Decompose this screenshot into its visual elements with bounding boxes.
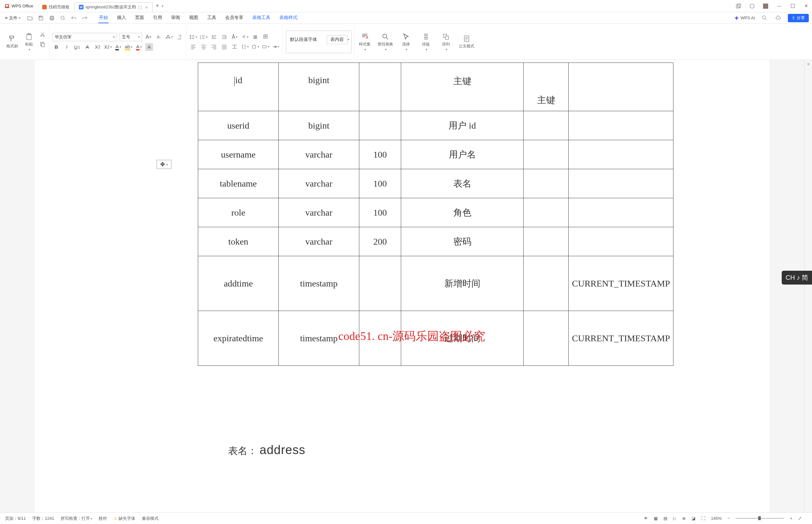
default-paragraph-style[interactable]: 默认段落字体 [290,37,317,43]
cell-constraint[interactable]: 主键 [524,63,569,111]
bullet-list-icon[interactable] [189,33,197,41]
expand-icon[interactable]: ⤢ [798,516,802,521]
font-color-icon[interactable]: A [114,43,122,51]
cell-name[interactable]: id [198,63,279,111]
zoom-slider[interactable] [736,518,784,519]
cell-default[interactable] [569,198,674,227]
find-replace-button[interactable]: 查找替换 [378,33,393,51]
cell-constraint[interactable] [524,198,569,227]
outline-view-icon[interactable]: ▤ [663,516,667,521]
play-icon[interactable]: ▷ [673,516,676,521]
border-icon[interactable]: 田 [262,33,269,41]
save-icon[interactable] [37,14,45,22]
zoom-out-icon[interactable]: − [728,516,730,521]
align-justify-icon[interactable] [220,43,228,51]
increase-font-icon[interactable]: A+ [145,33,152,41]
zoom-level[interactable]: 145% [711,516,722,521]
table-row[interactable]: tablenamevarchar100表名 [198,169,674,198]
decrease-font-icon[interactable]: A- [155,33,163,41]
formal-mode-button[interactable]: 公文模式 [459,34,474,49]
cell-constraint[interactable] [524,169,569,198]
tab-close-icon[interactable]: × [145,4,148,10]
cell-default[interactable] [569,140,674,169]
bold-icon[interactable]: B [52,43,60,51]
tab-table-style[interactable]: 表格样式 [279,13,298,23]
font-size-select[interactable]: 五号▾ [119,33,142,41]
cell-default[interactable] [569,63,674,111]
char-shading-icon[interactable]: A [145,43,153,51]
cell-comment[interactable]: 表名 [401,169,524,198]
select-button[interactable]: 选择 [399,33,413,51]
cell-type[interactable]: varchar [279,227,359,256]
shading-icon[interactable] [251,43,259,51]
reading-view-icon[interactable]: 👁 [644,516,648,521]
open-icon[interactable] [26,14,34,22]
cell-name[interactable]: expiratedtime [198,311,279,366]
cell-type[interactable]: varchar [279,140,359,169]
decrease-indent-icon[interactable] [210,33,218,41]
cut-icon[interactable] [39,31,46,38]
cell-comment[interactable]: 新增时间 [401,256,524,311]
cloud-icon[interactable] [774,14,782,22]
cell-len[interactable] [359,63,401,111]
cell-len[interactable] [359,111,401,140]
cell-name[interactable]: addtime [198,256,279,311]
page-layout-icon[interactable]: ▦ [654,516,658,521]
paragraph-style-gallery[interactable]: 默认段落字体 表内容 ▾ [286,31,351,53]
phonetic-icon[interactable]: 々 [241,33,249,41]
text-color-icon[interactable]: A [135,43,143,51]
table-row[interactable]: addtimetimestamp新增时间CURRENT_TIMESTAMP [198,256,674,311]
multi-window-icon[interactable] [735,3,742,9]
increase-indent-icon[interactable] [220,33,228,41]
cell-type[interactable]: timestamp [279,256,359,311]
tab-menu-chevron[interactable]: ▾ [162,4,163,8]
table-content-style[interactable]: 表内容 [327,35,347,44]
add-tab-button[interactable]: + [153,3,162,9]
tab-table-tools[interactable]: 表格工具 [252,13,271,23]
tab-insert[interactable]: 插入 [116,13,127,23]
distribute-icon[interactable] [231,43,238,51]
style-set-button[interactable]: A 样式集 [358,33,372,51]
cube-icon[interactable] [749,3,755,9]
tab-reference[interactable]: 引用 [152,13,163,23]
cell-comment[interactable]: 密码 [401,227,524,256]
cell-comment[interactable]: 用户名 [401,140,524,169]
tab-review[interactable]: 审阅 [170,13,181,23]
tab-preview-icon[interactable]: ▢ [138,5,142,10]
cell-default[interactable] [569,227,674,256]
table-row[interactable]: rolevarchar100角色 [198,198,674,227]
arrange-button[interactable]: 排列 [439,33,453,51]
status-proofread[interactable]: 校对 [99,515,107,521]
italic-icon[interactable]: I [63,43,70,51]
cell-type[interactable]: varchar [279,198,359,227]
cell-default[interactable] [569,111,674,140]
change-case-icon[interactable]: ⁂ [165,33,173,41]
tab-tools[interactable]: 工具 [206,13,217,23]
cell-comment[interactable]: 角色 [401,198,524,227]
cell-default[interactable] [569,169,674,198]
preview-icon[interactable] [59,14,67,22]
schema-table[interactable]: idbigint主键主键useridbigint用户 idusernamevar… [198,63,674,366]
tab-document[interactable]: W springbooti23b2数据库文档 ▢ × [74,2,153,12]
status-word-count[interactable]: 字数：1241 [32,515,54,521]
cell-constraint[interactable] [524,256,569,311]
table-row[interactable]: idbigint主键主键 [198,63,674,111]
web-layout-icon[interactable]: ⊕ [682,516,686,521]
cell-name[interactable]: username [198,140,279,169]
cell-len[interactable]: 200 [359,227,401,256]
style-gallery-expand[interactable]: ▾ [348,38,349,41]
cell-len[interactable]: 100 [359,198,401,227]
options-icon[interactable]: ≡ [805,62,812,66]
strikethrough-icon[interactable]: A [83,43,91,51]
align-right-icon[interactable] [210,43,218,51]
text-effects-icon[interactable]: Ā [231,33,238,41]
table-row[interactable]: tokenvarchar200密码 [198,227,674,256]
table-move-handle[interactable]: ✥ ▾ [156,160,171,169]
copy-icon[interactable] [39,40,46,48]
clear-format-icon[interactable] [176,33,183,41]
cell-comment[interactable]: 主键 [401,63,524,111]
undo-icon[interactable] [70,14,78,22]
avatar-icon[interactable] [762,3,769,9]
tab-view[interactable]: 视图 [188,13,199,23]
cell-constraint[interactable] [524,111,569,140]
